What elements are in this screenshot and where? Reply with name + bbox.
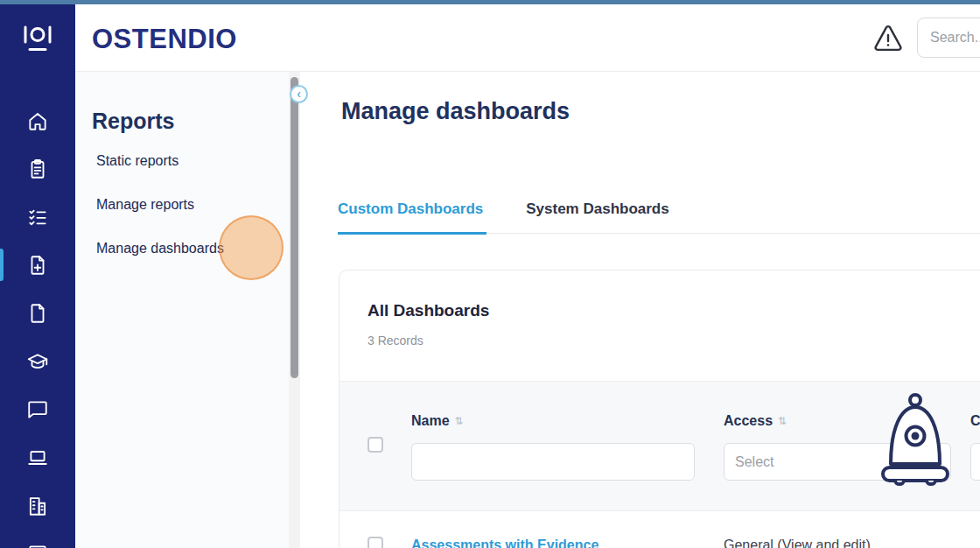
partial-filter-input[interactable] [970,443,980,481]
checklist-icon [26,206,49,228]
search-input[interactable] [917,18,980,58]
chat-icon [26,398,49,421]
reports-panel: Reports Static reports Manage reports Ma… [75,72,289,548]
reports-panel-title: Reports [92,109,174,134]
sidebar-item-assets[interactable] [0,433,75,481]
clipboard-icon [26,158,49,180]
alert-button[interactable] [871,21,906,56]
file-icon [26,302,49,325]
dashboard-access-value: General (View and edit) [724,537,871,548]
nav-item-manage-dashboards[interactable]: Manage dashboards [75,227,289,270]
sidebar-item-documents-add[interactable] [0,241,75,289]
nav-item-static-reports[interactable]: Static reports [75,139,289,183]
sidebar-item-messages[interactable] [0,385,75,433]
page-title: Manage dashboards [341,98,570,125]
robot-mascot-icon [878,390,953,488]
reports-nav: Static reports Manage reports Manage das… [75,139,289,270]
top-accent-bar [0,0,980,4]
sidebar-item-reports[interactable] [0,530,75,548]
panel-scrollbar[interactable] [289,72,300,548]
tab-custom-dashboards[interactable]: Custom Dashboards [338,200,486,235]
dashboard-tabs: Custom Dashboards System Dashboards [338,200,980,234]
panel-collapse-button[interactable]: ‹ [290,85,308,103]
sidebar-item-home[interactable] [0,96,75,144]
name-filter-input[interactable] [411,443,695,481]
table-row: Assessments with Evidence General (View … [340,511,980,548]
nav-item-manage-reports[interactable]: Manage reports [75,183,289,227]
sidebar-item-training[interactable] [0,337,75,385]
ostendio-logo-mark[interactable] [0,4,75,72]
rail-nav [0,96,75,548]
chart-icon [26,543,49,548]
warning-triangle-icon [872,23,905,54]
sidebar-item-files[interactable] [0,289,75,337]
record-count: 3 Records [368,334,424,348]
robot-mascot[interactable] [878,390,953,488]
sidebar-item-assessments[interactable] [0,144,75,193]
select-placeholder: Select [735,454,774,470]
panel-scrollbar-thumb[interactable] [290,77,298,378]
home-icon [26,109,49,132]
card-title: All Dashboards [368,301,489,320]
building-icon [26,495,49,517]
sidebar-item-organization[interactable] [0,481,75,530]
column-header-name: Name ⇅ [411,413,464,429]
row-checkbox[interactable] [368,537,383,548]
select-all-checkbox[interactable] [368,437,383,453]
column-header-access: Access ⇅ [724,413,787,429]
tab-system-dashboards[interactable]: System Dashboards [526,200,672,235]
column-header-partial: C [970,413,980,429]
ostendio-logo-icon [18,21,57,56]
dashboard-name-link[interactable]: Assessments with Evidence [411,537,598,548]
brand-wordmark: OSTENDIO [92,24,237,55]
chevron-left-icon: ‹ [297,88,301,100]
sort-icon[interactable]: ⇅ [455,415,464,427]
graduation-cap-icon [26,350,49,373]
icon-rail-sidebar [0,4,75,548]
laptop-icon [26,446,49,469]
file-plus-icon [26,254,49,277]
sidebar-item-tasks[interactable] [0,193,75,241]
top-header: OSTENDIO [75,4,980,72]
sort-icon[interactable]: ⇅ [778,415,787,427]
